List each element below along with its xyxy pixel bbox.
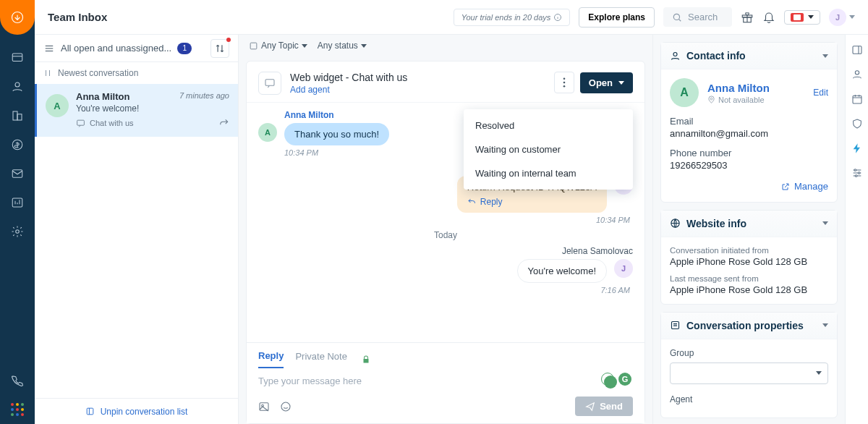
nav-accounts-icon[interactable] bbox=[8, 106, 27, 125]
email-label: Email bbox=[670, 116, 828, 127]
status-dropdown: Resolved Waiting on customer Waiting on … bbox=[464, 109, 633, 190]
website-info-title: Website info bbox=[686, 218, 746, 229]
group-label: Group bbox=[670, 348, 828, 358]
sort-label: Newest conversation bbox=[58, 68, 138, 78]
open-label: Open bbox=[589, 77, 613, 88]
properties-icon bbox=[670, 320, 681, 331]
topic-icon bbox=[249, 41, 258, 51]
agent-label: Agent bbox=[670, 394, 828, 404]
nav-reports-icon[interactable] bbox=[8, 193, 27, 212]
svg-point-28 bbox=[855, 71, 859, 75]
sliders-tab-icon[interactable] bbox=[851, 166, 864, 179]
edit-contact-link[interactable]: Edit bbox=[813, 88, 828, 98]
manage-contact-link[interactable]: Manage bbox=[781, 181, 828, 192]
tab-reply[interactable]: Reply bbox=[258, 350, 284, 368]
unpin-button[interactable]: Unpin conversation list bbox=[35, 398, 238, 424]
sort-row[interactable]: Newest conversation bbox=[35, 62, 238, 84]
more-actions-button[interactable] bbox=[554, 72, 574, 93]
svg-rect-27 bbox=[853, 46, 861, 54]
status-label: Any status bbox=[318, 41, 358, 51]
nav-settings-icon[interactable] bbox=[8, 222, 27, 241]
tab-private-note[interactable]: Private Note bbox=[295, 351, 347, 368]
phone-value: 19266529503 bbox=[670, 160, 828, 171]
status-open-button[interactable]: Open bbox=[580, 72, 633, 93]
sort-button[interactable] bbox=[210, 39, 229, 58]
conversation-card: Web widget - Chat with us Add agent Open bbox=[246, 61, 645, 424]
nav-dashboard-icon[interactable] bbox=[8, 48, 27, 67]
svg-point-17 bbox=[563, 77, 565, 80]
svg-rect-29 bbox=[853, 96, 861, 103]
last-sent-value: Apple iPhone Rose Gold 128 GB bbox=[670, 284, 828, 295]
user-menu[interactable]: J bbox=[829, 9, 855, 26]
send-button[interactable]: Send bbox=[575, 397, 633, 416]
search-placeholder: Search bbox=[688, 12, 718, 22]
svg-rect-26 bbox=[672, 322, 679, 329]
explore-plans-button[interactable]: Explore plans bbox=[579, 7, 655, 27]
grammarly-icon[interactable] bbox=[601, 373, 614, 386]
person-icon bbox=[670, 51, 681, 62]
announcements-button[interactable] bbox=[784, 10, 820, 25]
conversation-filter[interactable]: All open and unassigned... 1 bbox=[35, 35, 238, 62]
contact-avatar: A bbox=[46, 94, 69, 117]
topic-filter[interactable]: Any Topic bbox=[249, 41, 307, 51]
message-bubble: You're welcome! bbox=[517, 259, 608, 283]
chat-icon bbox=[76, 119, 85, 128]
contact-info-card: Contact info A Anna Milton Not available bbox=[660, 42, 838, 203]
chevron-down-icon bbox=[618, 81, 624, 85]
image-icon[interactable] bbox=[258, 401, 270, 412]
add-agent-link[interactable]: Add agent bbox=[290, 85, 330, 95]
group-select[interactable] bbox=[670, 362, 828, 384]
grammarly-badge-icon[interactable]: G bbox=[618, 373, 631, 386]
nav-deals-icon[interactable] bbox=[8, 135, 27, 154]
page-title: Team Inbox bbox=[48, 11, 107, 23]
chevron-down-icon bbox=[361, 44, 367, 48]
initiated-value: Apple iPhone Rose Gold 128 GB bbox=[670, 256, 828, 267]
chevron-down-icon bbox=[822, 323, 828, 327]
bolt-tab-icon[interactable] bbox=[851, 142, 864, 155]
conv-props-header[interactable]: Conversation properties bbox=[661, 313, 837, 339]
svg-point-32 bbox=[855, 175, 857, 177]
filter-label: All open and unassigned... bbox=[61, 43, 171, 54]
gift-icon[interactable] bbox=[741, 11, 754, 24]
contact-tab-icon[interactable] bbox=[851, 68, 864, 81]
filter-badge: 1 bbox=[177, 43, 192, 54]
sort-icon bbox=[215, 43, 225, 54]
nav-apps-icon[interactable] bbox=[8, 400, 27, 419]
contact-info-header[interactable]: Contact info bbox=[661, 43, 837, 69]
conversation-item[interactable]: A Anna Milton 7 minutes ago You're welco… bbox=[35, 84, 238, 137]
reply-icon bbox=[219, 118, 229, 128]
status-option-resolved[interactable]: Resolved bbox=[464, 114, 633, 137]
svg-point-19 bbox=[563, 85, 565, 88]
nav-phone-icon[interactable] bbox=[8, 371, 27, 390]
svg-rect-16 bbox=[265, 80, 274, 86]
shield-tab-icon[interactable] bbox=[851, 117, 864, 130]
collapse-icon[interactable] bbox=[851, 43, 864, 56]
svg-rect-14 bbox=[87, 408, 93, 415]
conversation-properties-card: Conversation properties Group Agent bbox=[660, 312, 838, 418]
brand-logo[interactable] bbox=[0, 0, 35, 35]
reply-link[interactable]: Reply bbox=[467, 197, 597, 207]
message-input[interactable] bbox=[258, 376, 633, 386]
status-option-waiting-team[interactable]: Waiting on internal team bbox=[464, 161, 633, 185]
trial-text: Your trial ends in 20 days bbox=[461, 13, 551, 22]
bell-icon[interactable] bbox=[762, 11, 775, 24]
website-info-header[interactable]: Website info bbox=[661, 211, 837, 237]
nav-contacts-icon[interactable] bbox=[8, 77, 27, 96]
status-option-waiting-customer[interactable]: Waiting on customer bbox=[464, 137, 633, 161]
emoji-icon[interactable] bbox=[280, 401, 292, 412]
svg-rect-4 bbox=[17, 114, 22, 120]
calendar-tab-icon[interactable] bbox=[851, 93, 864, 106]
conversation-header: Web widget - Chat with us Add agent Open bbox=[247, 62, 644, 103]
svg-rect-1 bbox=[12, 54, 22, 62]
reply-icon bbox=[467, 198, 476, 206]
svg-rect-20 bbox=[260, 402, 268, 410]
nav-inbox-icon[interactable] bbox=[8, 164, 27, 183]
status-filter[interactable]: Any status bbox=[318, 41, 367, 51]
phone-label: Phone number bbox=[670, 148, 828, 158]
contact-name: Anna Milton bbox=[76, 91, 129, 102]
global-search[interactable]: Search bbox=[663, 7, 732, 27]
svg-rect-3 bbox=[13, 111, 17, 120]
contact-name-link[interactable]: Anna Milton bbox=[707, 82, 770, 94]
svg-rect-13 bbox=[77, 120, 85, 125]
user-avatar: J bbox=[829, 9, 846, 26]
